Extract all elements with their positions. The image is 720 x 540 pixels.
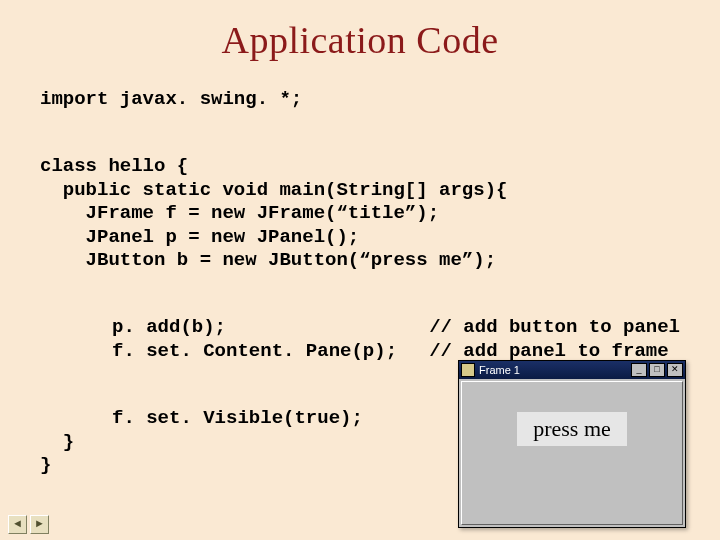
code-import: import javax. swing. *; [40,88,680,112]
code-line: class hello { [40,155,188,177]
slide-nav: ◄ ► [8,515,49,534]
minimize-button[interactable]: _ [631,363,647,377]
maximize-button[interactable]: □ [649,363,665,377]
press-me-button[interactable]: press me [517,412,627,446]
code-add-block: p. add(b); f. set. Content. Pane(p); // … [40,293,680,364]
code-comment: // add button to panel [429,316,680,338]
code-class-body: class hello { public static void main(St… [40,132,680,273]
app-window: Frame 1 _ □ ✕ press me [458,360,686,528]
titlebar: Frame 1 _ □ ✕ [459,361,685,379]
java-cup-icon [461,363,475,377]
slide-title: Application Code [40,18,680,62]
code-line: JPanel p = new JPanel(); [40,226,359,248]
next-slide-button[interactable]: ► [30,515,49,534]
window-content: press me [461,381,683,525]
window-title: Frame 1 [479,364,631,376]
code-line: JButton b = new JButton(“press me”); [40,249,496,271]
code-line: JFrame f = new JFrame(“title”); [40,202,439,224]
code-line: } [40,454,51,476]
code-line: p. add(b); [112,316,226,338]
code-line: f. set. Visible(true); [40,407,363,429]
close-button[interactable]: ✕ [667,363,683,377]
prev-slide-button[interactable]: ◄ [8,515,27,534]
code-line: } [40,431,74,453]
code-line: public static void main(String[] args){ [40,179,507,201]
code-line: f. set. Content. Pane(p); [112,340,397,362]
code-comment: // add panel to frame [429,340,668,362]
